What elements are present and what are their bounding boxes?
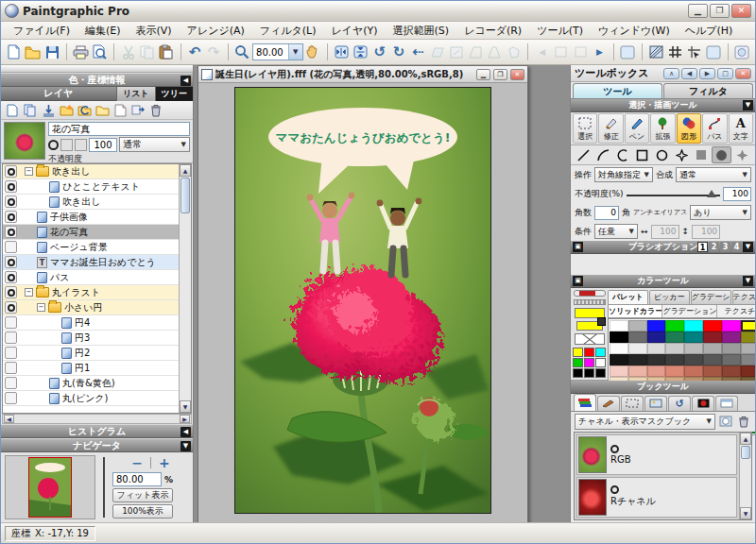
layer-visible-checkbox[interactable]	[5, 377, 17, 389]
document-page[interactable]: ママおたんじょうびおめでとう!	[234, 87, 491, 514]
doc-close-button[interactable]: ✕	[510, 69, 524, 80]
full-view-button[interactable]: 100%表示	[112, 504, 173, 518]
palette-swatch[interactable]	[722, 332, 741, 343]
shape-filled-rect-icon[interactable]	[693, 146, 711, 163]
layer-visible-checkbox[interactable]	[5, 271, 17, 283]
palette-swatch[interactable]	[741, 366, 755, 377]
palette-swatch[interactable]	[610, 366, 628, 377]
channel-scroll-up-icon[interactable]: ▲	[740, 433, 751, 445]
palette-swatch[interactable]	[665, 354, 684, 366]
expander-icon[interactable]: −	[37, 303, 45, 312]
menu-item[interactable]: ファイル(F)	[7, 22, 77, 40]
new-layer-icon[interactable]	[5, 103, 20, 117]
palette-swatch[interactable]	[703, 343, 722, 354]
channel-row-r[interactable]: Rチャネル	[576, 477, 737, 518]
layer-visible-checkbox[interactable]	[5, 286, 17, 298]
layer-list-hscrollbar[interactable]: ◀ ▶	[2, 414, 192, 424]
zoom-level-input[interactable]	[253, 47, 288, 58]
layer-visible-checkbox[interactable]	[5, 180, 17, 193]
duplicate-layer-icon[interactable]	[23, 103, 38, 117]
hand-tool-button[interactable]	[304, 42, 322, 62]
nav-next-icon[interactable]: ▶	[591, 42, 609, 62]
scrollbar-thumb[interactable]	[180, 178, 190, 213]
tab-layers-list[interactable]: リスト	[116, 87, 155, 101]
histogram-header[interactable]: ヒストグラム ◀	[1, 424, 193, 438]
palette-swatch[interactable]	[703, 366, 722, 377]
layer-opacity-input[interactable]	[89, 138, 117, 152]
palette-swatch[interactable]	[647, 366, 666, 377]
palette-swatch[interactable]	[684, 343, 703, 354]
document-window[interactable]: 誕生日(レイヤ用).fff (花の写真,透明,80.00%,sRGB,8) ▁ …	[198, 65, 528, 522]
palette-swatch[interactable]	[628, 332, 647, 343]
print-button[interactable]	[72, 42, 90, 62]
channel-book-dropdown[interactable]: チャネル・表示マスクブック▼	[575, 414, 715, 430]
color-subtab-2[interactable]: テクスチャ	[717, 305, 755, 317]
expander-icon[interactable]: −	[25, 288, 33, 297]
menu-item[interactable]: 編集(E)	[78, 22, 128, 40]
close-button[interactable]: ✕	[731, 4, 751, 18]
composite-dropdown[interactable]: 通常▼	[676, 167, 751, 182]
merge-layer-icon[interactable]	[41, 103, 56, 117]
layer-visible-checkbox[interactable]	[5, 347, 17, 359]
palette-swatch[interactable]	[684, 354, 703, 366]
quick-swatch[interactable]	[584, 348, 594, 357]
layer-row[interactable]: −小さい円	[3, 300, 179, 315]
channel-scrollbar[interactable]: ▲ ▼	[739, 433, 751, 520]
color-subtab-0[interactable]: ソリッドカラー	[609, 305, 662, 317]
layer-row[interactable]: −丸イラスト	[3, 285, 179, 300]
layer-mask-icon[interactable]	[75, 139, 87, 151]
layer-visible-checkbox[interactable]	[5, 316, 17, 329]
perspective-button[interactable]	[486, 42, 504, 62]
rgb-visibility-icon[interactable]	[610, 445, 619, 453]
tool-path[interactable]: パス	[702, 113, 727, 144]
tool-text[interactable]: A 文字	[729, 113, 753, 144]
zoom-level-combo[interactable]: ▼	[252, 43, 303, 60]
rollup-icon[interactable]: ∧	[663, 68, 679, 79]
history-book-tab[interactable]: ↺	[668, 396, 691, 411]
document-canvas-area[interactable]: ママおたんじょうびおめでとう!	[198, 83, 527, 522]
window-book-tab[interactable]	[715, 396, 738, 411]
palette-swatch[interactable]	[665, 320, 684, 332]
shape-line-icon[interactable]	[575, 146, 593, 163]
palette-swatch[interactable]	[665, 343, 684, 354]
minimize-button[interactable]: ▁	[688, 4, 708, 18]
brush-page-2[interactable]: 2	[709, 242, 719, 252]
layer-visible-checkbox[interactable]	[5, 226, 17, 238]
new-file-button[interactable]	[5, 42, 23, 62]
palette-swatch[interactable]	[665, 332, 684, 343]
layer-visible-checkbox[interactable]	[5, 392, 17, 404]
navigator-view[interactable]	[5, 455, 95, 519]
cut-button[interactable]	[119, 42, 137, 62]
palette-swatch[interactable]	[647, 343, 666, 354]
layer-row[interactable]: 子供画像	[3, 210, 179, 225]
navigator-thumbnail[interactable]	[28, 457, 72, 518]
menu-item[interactable]: ツール(T)	[530, 22, 590, 40]
palette-swatch[interactable]	[703, 320, 722, 332]
folder-undo-icon[interactable]	[77, 103, 92, 117]
scroll-right-icon[interactable]: ▶	[180, 415, 190, 423]
shear-button[interactable]	[466, 42, 484, 62]
palette-swatch[interactable]	[610, 332, 628, 343]
r-visibility-icon[interactable]	[610, 485, 619, 494]
distort-button[interactable]	[505, 42, 523, 62]
palette-swatch[interactable]	[741, 332, 755, 343]
save-button[interactable]	[43, 42, 60, 62]
maximize-button[interactable]: ❐	[710, 4, 730, 18]
menu-item[interactable]: 選択範囲(S)	[387, 22, 456, 40]
brush-book-tab[interactable]	[597, 396, 620, 411]
palette-swatch[interactable]	[722, 354, 741, 366]
delete-layer-icon[interactable]	[148, 103, 163, 117]
transparent-color-swatch[interactable]	[575, 333, 605, 344]
palette-swatch[interactable]	[647, 332, 666, 343]
tool-select[interactable]: 選択	[573, 113, 597, 144]
menu-item[interactable]: 表示(V)	[129, 22, 179, 40]
layer-row[interactable]: ベージュ背景	[3, 240, 179, 255]
layer-row[interactable]: パス	[3, 270, 179, 285]
antialias-dropdown[interactable]: あり▼	[690, 205, 751, 220]
zoom-combo-arrow-icon[interactable]: ▼	[288, 44, 302, 60]
quick-swatch[interactable]	[573, 348, 583, 357]
mask-view-button[interactable]	[733, 42, 751, 62]
tool-pen[interactable]: ペン	[625, 113, 649, 144]
doc-minimize-button[interactable]: ▁	[476, 69, 490, 80]
quick-swatch[interactable]	[595, 358, 606, 367]
